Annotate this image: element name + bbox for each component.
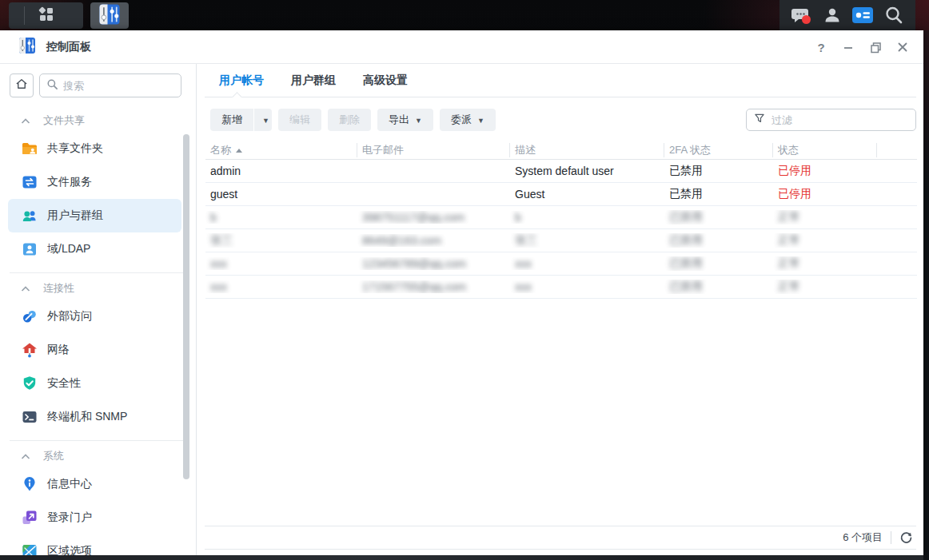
- sidebar-section-file-sharing[interactable]: 文件共享: [0, 109, 196, 132]
- column-header-description[interactable]: 描述: [510, 143, 664, 157]
- refresh-button[interactable]: [899, 531, 913, 545]
- sidebar-item-terminal-snmp[interactable]: 终端机和 SNMP: [8, 400, 181, 434]
- column-header-empty: [877, 143, 917, 157]
- tab-bar: 用户帐号 用户群组 高级设置: [205, 64, 916, 97]
- sidebar-item-domain-ldap[interactable]: 域/LDAP: [8, 232, 181, 266]
- security-shield-icon: [21, 375, 38, 392]
- status-badge: 正常: [773, 280, 877, 294]
- network-icon: [21, 341, 38, 359]
- user-icon[interactable]: [821, 4, 843, 26]
- sidebar-item-shared-folder[interactable]: 共享文件夹: [8, 132, 181, 165]
- control-panel-window: 控制面板 ?: [0, 30, 923, 555]
- add-dropdown-button[interactable]: ▼: [254, 109, 272, 131]
- tab-user-group[interactable]: 用户群组: [289, 73, 337, 88]
- edit-button[interactable]: 编辑: [278, 109, 321, 131]
- status-badge: 已停用: [773, 187, 877, 201]
- sidebar: 文件共享 共享文件夹: [0, 64, 197, 555]
- minimize-button[interactable]: [839, 38, 858, 57]
- app-launcher-icon: [37, 5, 56, 27]
- main-panel: 用户帐号 用户群组 高级设置 新增 ▼ 编辑 删除 导出▼: [197, 64, 923, 555]
- home-icon: [14, 77, 29, 94]
- user-group-icon: [21, 207, 38, 224]
- control-panel-icon: [18, 36, 37, 58]
- sidebar-item-security[interactable]: 安全性: [8, 367, 181, 400]
- login-portal-icon: [21, 509, 38, 526]
- tab-advanced-settings[interactable]: 高级设置: [361, 73, 409, 88]
- column-header-2fa-status[interactable]: 2FA 状态: [664, 143, 773, 157]
- chevron-up-icon: [21, 117, 30, 125]
- file-services-icon: [21, 173, 38, 191]
- toolbar: 新增 ▼ 编辑 删除 导出▼ 委派▼: [210, 109, 916, 131]
- restore-button[interactable]: [866, 38, 885, 57]
- taskbar-control-panel-button[interactable]: [90, 2, 129, 29]
- sidebar-divider: [10, 440, 185, 441]
- table-row-guest[interactable]: guest Guest 已禁用 已停用: [205, 183, 917, 206]
- sidebar-item-login-portal[interactable]: 登录门户: [8, 501, 181, 534]
- sort-ascending-icon: [236, 149, 242, 153]
- table-header: 名称 电子邮件 描述 2FA 状态 状态: [205, 141, 917, 160]
- help-button[interactable]: ?: [811, 38, 831, 57]
- sidebar-item-regional-options[interactable]: 区域选项: [8, 534, 181, 555]
- user-table: 名称 电子邮件 描述 2FA 状态 状态 admin System defaul…: [205, 141, 917, 299]
- sidebar-item-info-center[interactable]: 信息中心: [8, 467, 181, 501]
- domain-ldap-icon: [21, 240, 38, 258]
- column-header-email[interactable]: 电子邮件: [357, 143, 510, 157]
- desktop-bottom-strip: [0, 555, 923, 560]
- chevron-up-icon: [21, 285, 30, 292]
- export-button[interactable]: 导出▼: [377, 109, 433, 131]
- status-badge: 正常: [773, 210, 877, 224]
- column-header-status[interactable]: 状态: [773, 143, 877, 157]
- desktop: 控制面板 ?: [0, 0, 929, 560]
- chevron-down-icon: ▼: [415, 117, 422, 125]
- close-button[interactable]: [893, 38, 912, 57]
- table-row[interactable]: b 398751117@qq.com b 已禁用 正常: [205, 206, 917, 229]
- window-titlebar[interactable]: 控制面板 ?: [0, 30, 923, 64]
- search-icon: [46, 78, 58, 93]
- desktop-sliver: [923, 30, 929, 560]
- item-count: 6 个项目: [843, 530, 883, 545]
- chevron-down-icon: ▼: [477, 117, 484, 125]
- search-input[interactable]: [63, 80, 174, 92]
- add-button[interactable]: 新增: [210, 109, 253, 131]
- active-tab-notch: [232, 92, 242, 102]
- taskbar-tray: [779, 0, 915, 30]
- control-panel-icon: [98, 2, 122, 30]
- terminal-icon: [21, 408, 38, 426]
- column-header-name[interactable]: 名称: [205, 143, 357, 157]
- sidebar-scrollbar[interactable]: [183, 134, 189, 479]
- sidebar-search[interactable]: [39, 73, 181, 97]
- app-launcher-button[interactable]: [9, 2, 83, 29]
- filter-box[interactable]: [746, 109, 916, 131]
- sidebar-section-system[interactable]: 系统: [0, 445, 196, 467]
- window-title: 控制面板: [46, 40, 91, 54]
- filter-input[interactable]: [772, 114, 909, 126]
- status-badge: 正常: [773, 233, 877, 248]
- table-row[interactable]: xxx 123456789@qq.com xxx 已禁用 正常: [205, 252, 917, 276]
- chevron-down-icon: ▼: [262, 117, 269, 125]
- table-row[interactable]: 张三 8649@163.com 张三 已禁用 正常: [205, 229, 917, 252]
- sidebar-item-file-services[interactable]: 文件服务: [8, 165, 181, 199]
- status-bar: 6 个项目: [205, 526, 916, 550]
- delegate-button[interactable]: 委派▼: [440, 109, 496, 131]
- external-access-icon: [21, 308, 38, 325]
- tab-user-account[interactable]: 用户帐号: [217, 73, 265, 88]
- sidebar-item-user-group[interactable]: 用户与群组: [8, 199, 181, 232]
- sidebar-item-network[interactable]: 网络: [8, 333, 181, 367]
- taskbar: [0, 0, 929, 30]
- sidebar-section-connectivity[interactable]: 连接性: [0, 277, 196, 300]
- filter-funnel-icon: [753, 112, 766, 128]
- table-row[interactable]: xxx 171567755@qq.com xxx 已禁用 正常: [205, 276, 917, 299]
- table-row-admin[interactable]: admin System default user 已禁用 已停用: [205, 160, 917, 183]
- chevron-up-icon: [21, 453, 30, 460]
- home-button[interactable]: [10, 73, 34, 97]
- delete-button[interactable]: 删除: [328, 109, 371, 131]
- widgets-icon[interactable]: [851, 4, 874, 26]
- status-badge: 正常: [773, 256, 877, 271]
- regional-options-icon: [21, 542, 38, 555]
- statusbar-divider: [891, 531, 891, 544]
- sidebar-item-external-access[interactable]: 外部访问: [8, 300, 181, 333]
- info-center-icon: [21, 475, 38, 493]
- taskbar-divider: [24, 6, 25, 25]
- chat-icon[interactable]: [790, 4, 812, 26]
- search-icon[interactable]: [883, 4, 905, 26]
